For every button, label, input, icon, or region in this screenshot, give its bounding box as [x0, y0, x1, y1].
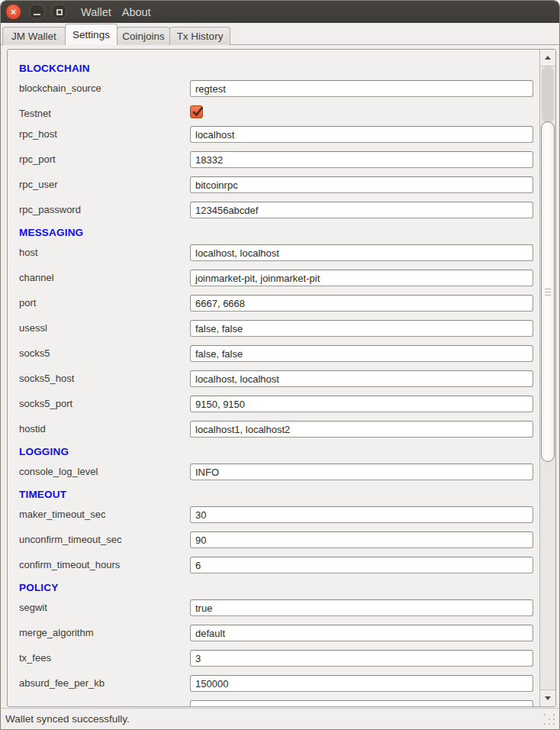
titlebar: × WalletAbout — [1, 1, 559, 23]
input-host[interactable] — [190, 244, 533, 261]
input-socks5_host[interactable] — [190, 370, 533, 387]
input-next-field-clipped[interactable] — [190, 700, 533, 706]
section-header-policy: POLICY — [19, 582, 58, 593]
input-rpc_port[interactable] — [190, 151, 533, 168]
scrollbar-grip-icon — [545, 289, 551, 289]
input-port[interactable] — [190, 295, 533, 312]
menubar: WalletAbout — [76, 1, 156, 23]
field-label-rpc_password: rpc_password — [19, 202, 81, 218]
maximize-icon — [56, 9, 63, 15]
field-label-socks5_host: socks5_host — [19, 370, 74, 387]
field-label-blockchain_source: blockchain_source — [19, 80, 101, 97]
input-merge_algorithm[interactable] — [190, 625, 533, 641]
status-bar: Wallet synced successfully. — [1, 708, 559, 729]
scroll-down-button[interactable] — [540, 690, 555, 706]
minimize-button[interactable] — [29, 4, 45, 20]
check-icon — [191, 106, 204, 118]
tab-coinjoins[interactable]: Coinjoins — [117, 27, 170, 45]
status-message: Wallet synced successfully. — [5, 709, 130, 730]
field-label-socks5: socks5 — [19, 345, 50, 362]
field-label-rpc_user: rpc_user — [19, 176, 58, 193]
close-button[interactable]: × — [5, 4, 21, 20]
field-label-tx_fees: tx_fees — [19, 650, 51, 667]
field-label-rpc_port: rpc_port — [19, 151, 56, 168]
field-label-Testnet: Testnet — [19, 105, 51, 122]
field-label-confirm_timeout_hours: confirm_timeout_hours — [19, 557, 120, 573]
scrollbar-thumb[interactable] — [541, 121, 555, 462]
menu-about[interactable]: About — [117, 1, 156, 23]
app-window: × WalletAbout JM WalletSettingsCoinjoins… — [0, 0, 560, 730]
tab-jm-wallet[interactable]: JM Wallet — [2, 27, 66, 45]
field-label-channel: channel — [19, 270, 54, 286]
section-header-blockchain: BLOCKCHAIN — [19, 63, 90, 74]
field-label-rpc_host: rpc_host — [19, 126, 57, 143]
input-confirm_timeout_hours[interactable] — [190, 557, 533, 573]
input-channel[interactable] — [190, 270, 533, 286]
chevron-up-icon — [545, 56, 551, 60]
field-label-socks5_port: socks5_port — [19, 396, 72, 412]
field-label-segwit: segwit — [19, 599, 47, 616]
scrollbar-track-top[interactable] — [542, 66, 554, 123]
field-label-hostid: hostid — [19, 421, 46, 438]
field-label-absurd_fee_per_kb: absurd_fee_per_kb — [19, 675, 105, 692]
input-rpc_user[interactable] — [190, 176, 533, 193]
field-label-usessl: usessl — [19, 320, 47, 337]
field-label-maker_timeout_sec: maker_timeout_sec — [19, 506, 105, 523]
input-maker_timeout_sec[interactable] — [190, 506, 533, 523]
field-label-console_log_level: console_log_level — [19, 464, 98, 480]
section-header-timeout: TIMEOUT — [19, 489, 66, 500]
input-segwit[interactable] — [190, 599, 533, 616]
chevron-down-icon — [545, 696, 551, 700]
tab-bar: JM WalletSettingsCoinjoinsTx History — [2, 24, 230, 45]
input-socks5[interactable] — [190, 345, 533, 362]
resize-grip-icon[interactable] — [544, 714, 546, 715]
field-label-unconfirm_timeout_sec: unconfirm_timeout_sec — [19, 531, 121, 548]
input-absurd_fee_per_kb[interactable] — [190, 675, 533, 692]
input-usessl[interactable] — [190, 320, 533, 337]
input-tx_fees[interactable] — [190, 650, 533, 667]
input-unconfirm_timeout_sec[interactable] — [190, 531, 533, 548]
menu-wallet[interactable]: Wallet — [76, 1, 117, 23]
input-rpc_host[interactable] — [190, 126, 533, 143]
input-blockchain_source[interactable] — [190, 80, 533, 97]
field-label-host: host — [19, 244, 38, 261]
input-socks5_port[interactable] — [190, 396, 533, 412]
section-header-messaging: MESSAGING — [19, 227, 83, 238]
tab-tx-history[interactable]: Tx History — [169, 27, 230, 45]
vertical-scrollbar[interactable] — [539, 50, 555, 706]
checkbox-testnet[interactable] — [190, 105, 203, 118]
settings-form: BLOCKCHAINblockchain_sourceTestnetrpc_ho… — [8, 50, 539, 706]
settings-scroll-area: BLOCKCHAINblockchain_sourceTestnetrpc_ho… — [7, 49, 556, 707]
close-icon: × — [11, 7, 17, 17]
scroll-up-button[interactable] — [540, 50, 555, 66]
maximize-button[interactable] — [51, 4, 67, 20]
input-console_log_level[interactable] — [190, 464, 533, 480]
section-header-logging: LOGGING — [19, 446, 69, 457]
minimize-icon — [34, 14, 40, 15]
field-label-merge_algorithm: merge_algorithm — [19, 625, 94, 641]
tab-settings[interactable]: Settings — [65, 24, 117, 45]
input-hostid[interactable] — [190, 421, 533, 438]
field-label-port: port — [19, 295, 36, 312]
input-rpc_password[interactable] — [190, 202, 533, 218]
